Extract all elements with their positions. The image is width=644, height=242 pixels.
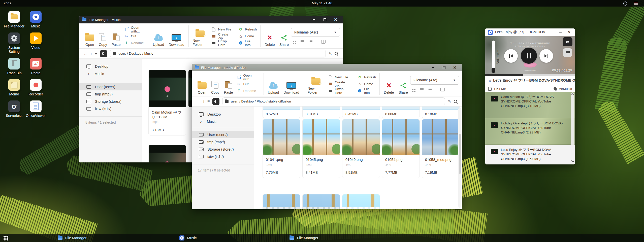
rename-button[interactable]: I Rename xyxy=(237,88,260,94)
desktop-icon-system-setting[interactable]: System Setting xyxy=(4,32,25,54)
delete-button[interactable]: × Delete xyxy=(262,25,277,48)
sidebar-item-storage-drive[interactable]: Storage (store:/) xyxy=(192,146,254,153)
app-launcher-icon[interactable] xyxy=(3,235,9,241)
edit-path-icon[interactable]: ✎ xyxy=(329,51,332,56)
file-info-button[interactable]: i File Info xyxy=(358,88,376,94)
desktop-icon-file-manager[interactable]: File Manager xyxy=(4,11,25,28)
open-button[interactable]: Open xyxy=(195,73,209,95)
scroll-down-icon[interactable] xyxy=(571,159,574,162)
open-with-button[interactable]: Open with... xyxy=(125,26,145,32)
scrollbar[interactable] xyxy=(458,108,461,208)
paste-button[interactable]: Paste xyxy=(222,73,235,95)
sidebar-item-desktop[interactable]: Desktop xyxy=(79,63,142,70)
file-card-partial[interactable]: 8.52MB xyxy=(263,107,300,118)
playlist-item-current[interactable]: Let’s Enjoy @ フリーBGM DOVA-SYNDROME OFFIC… xyxy=(485,145,575,164)
open-button[interactable]: Open xyxy=(83,25,96,48)
new-file-button[interactable]: New File xyxy=(212,26,231,32)
file-card-01054[interactable]: 01054.png .png 7.77MB xyxy=(382,119,420,178)
menu-icon[interactable]: ≡ xyxy=(95,51,97,56)
previous-track-button[interactable] xyxy=(504,49,518,63)
titlebar[interactable]: File Manager - Music ✕ xyxy=(79,16,343,23)
file-card-01041[interactable]: 01041.png .png 7.75MB xyxy=(263,119,300,178)
taskbar-item-music[interactable]: Music xyxy=(130,234,246,242)
share-button[interactable]: Share xyxy=(277,25,291,48)
search-icon[interactable] xyxy=(454,100,457,103)
dark-mode-toggle[interactable] xyxy=(212,98,219,105)
edit-path-icon[interactable]: ✎ xyxy=(448,99,451,104)
sidebar-item-desktop[interactable]: Desktop xyxy=(192,111,254,118)
refresh-button[interactable]: ↻ Refresh xyxy=(358,74,376,80)
file-card-01058-mod[interactable]: 01058_mod.png .png 7.19MB xyxy=(422,119,460,178)
desktop-icon-memo[interactable]: Memo xyxy=(4,79,25,96)
up-icon[interactable]: ↑ xyxy=(203,99,205,104)
create-zip-button[interactable]: Create Zip xyxy=(329,81,350,87)
volume-slider[interactable] xyxy=(492,41,495,69)
share-button[interactable]: Share xyxy=(396,73,410,95)
file-info-button[interactable]: i File Info xyxy=(239,40,257,46)
back-icon[interactable]: ← xyxy=(196,99,200,104)
sidebar-item-storage-drive[interactable]: Storage (store:/) xyxy=(79,98,142,105)
detail-view-icon[interactable] xyxy=(428,88,432,91)
sidebar-item-music[interactable]: ♪ Music xyxy=(79,70,142,77)
taskbar-item-file-manager-2[interactable]: File Manager xyxy=(246,234,362,242)
sort-dropdown[interactable]: Filename (Asc) ▼ xyxy=(291,28,340,37)
file-card-partial[interactable] xyxy=(263,194,300,209)
delete-button[interactable]: × Delete xyxy=(381,73,396,95)
minimize-button[interactable] xyxy=(557,28,564,36)
playlist-item[interactable]: Holiday Overslept @ フリーBGM DOVA-SYNDROME… xyxy=(485,118,575,145)
download-button[interactable]: ↓ Download xyxy=(281,73,301,95)
desktop-icon-trash-bin[interactable]: Trash Bin xyxy=(4,58,25,75)
file-card-partial[interactable]: 8.18MB xyxy=(422,107,460,118)
sidebar-item-user-drive[interactable]: User (user:/) xyxy=(79,83,142,90)
maximize-button[interactable] xyxy=(320,16,329,23)
sidebar-item-tmp-drive[interactable]: tmp (tmp:/) xyxy=(79,90,142,98)
upload-button[interactable]: ↑ Upload xyxy=(151,25,166,48)
column-view-icon[interactable] xyxy=(321,40,326,44)
file-card-calm-motion[interactable]: Calm Motion @ フリーBGM... .mp3 3.18MB xyxy=(148,70,186,135)
open-with-button[interactable]: Open with... xyxy=(237,74,260,80)
maximize-button[interactable] xyxy=(440,64,448,71)
scroll-up-icon[interactable] xyxy=(571,93,574,96)
unzip-here-button[interactable]: Unzip Here xyxy=(329,88,350,94)
new-folder-button[interactable]: New Folder xyxy=(190,25,210,48)
new-folder-button[interactable]: New Folder xyxy=(305,73,327,95)
playlist-toggle-button[interactable] xyxy=(563,48,572,57)
desktop-icon-serverless[interactable]: σ Serverless xyxy=(4,100,25,118)
system-menu-icon[interactable] xyxy=(634,2,638,5)
upload-button[interactable]: ↑ Upload xyxy=(266,73,281,95)
up-icon[interactable]: ↑ xyxy=(90,51,92,56)
repeat-button[interactable]: ⇄ xyxy=(563,37,572,46)
close-button[interactable]: ✕ xyxy=(331,16,340,23)
copy-button[interactable]: Copy xyxy=(209,73,222,95)
playlist-scrollbar[interactable] xyxy=(571,92,574,163)
titlebar[interactable]: File Manager - stable diffusion ✕ xyxy=(192,64,462,71)
new-file-button[interactable]: New File xyxy=(329,74,350,80)
menu-icon[interactable]: ≡ xyxy=(207,99,210,104)
grid-view-icon[interactable] xyxy=(412,89,413,90)
refresh-button[interactable]: ↻ Refresh xyxy=(239,26,257,32)
sidebar-item-ixtw-drive[interactable]: ixtw (is1:/) xyxy=(192,153,254,160)
player-titlebar[interactable]: Let’s Enjoy @ フリーBGM DOV... ✕ xyxy=(485,28,575,36)
unzip-here-button[interactable]: Unzip Here xyxy=(212,40,231,46)
list-view-icon[interactable] xyxy=(420,88,424,91)
minimize-button[interactable] xyxy=(429,64,437,71)
cut-button[interactable]: ✂ Cut xyxy=(125,33,145,39)
sidebar-item-ixtw-drive[interactable]: ixtw (is1:/) xyxy=(79,105,142,112)
path-input[interactable]: user: / Desktop / Photo / stable diffusi… xyxy=(222,97,445,105)
dark-mode-toggle[interactable] xyxy=(100,50,107,57)
file-card-01049[interactable]: 01049.png .png 8.51MB xyxy=(342,119,380,178)
file-card-partial[interactable] xyxy=(302,194,340,209)
home-button[interactable]: ⌂ Home xyxy=(239,33,257,39)
file-card-partial[interactable]: 8.00MB xyxy=(382,107,420,118)
pause-button[interactable] xyxy=(521,48,537,64)
home-button[interactable]: ⌂ Home xyxy=(358,81,376,87)
desktop-icon-photo[interactable]: Photo xyxy=(25,58,46,75)
paste-button[interactable]: Paste xyxy=(109,25,123,48)
close-button[interactable]: ✕ xyxy=(566,28,572,36)
cut-button[interactable]: ✂ Cut xyxy=(237,81,260,87)
playlist-item[interactable]: Calm Motion @ フリーBGM DOVA-SYNDROME OFFIC… xyxy=(485,92,575,118)
file-card-partial[interactable]: 8.91MB xyxy=(302,107,340,118)
rename-button[interactable]: I Rename xyxy=(125,40,145,46)
download-button[interactable]: ↓ Download xyxy=(166,25,186,48)
search-icon[interactable] xyxy=(335,52,338,55)
